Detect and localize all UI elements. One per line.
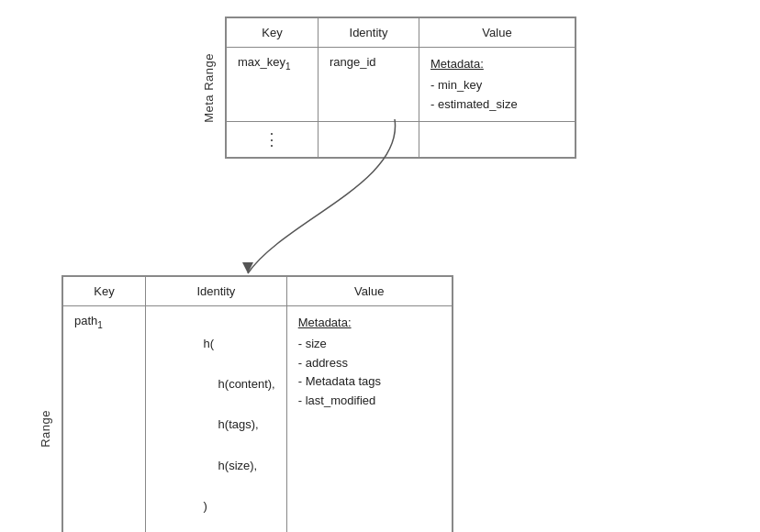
meta-range-header-key: Key [227, 18, 319, 48]
meta-range-dots-row: ⋮ [227, 122, 576, 158]
range-header-identity: Identity [146, 277, 287, 306]
arrow-head [242, 262, 253, 273]
meta-range-key-cell: max_key1 [227, 48, 319, 122]
range-key-cell: path1 [63, 306, 146, 533]
range-identity-line5: ) [204, 499, 207, 513]
meta-range-dots-value [419, 122, 576, 158]
range-table-wrapper: Key Identity Value path1 h( h(content), … [61, 275, 453, 532]
range-value-label: Metadata: [298, 314, 441, 333]
range-key-text: path1 [74, 314, 103, 327]
range-identity-cell: h( h(content), h(tags), h(size), ) [146, 306, 287, 533]
range-identity-line4: h(size), [218, 459, 258, 472]
diagram-container: Meta Range Key Identity Value max_key1 r [0, 0, 760, 532]
meta-range-value-label: Metadata: [430, 55, 564, 74]
meta-range-key-sub: 1 [285, 61, 291, 72]
meta-range-value-item2: - estimated_size [430, 97, 518, 111]
range-header-row: Key Identity Value [63, 277, 453, 306]
range-value-item2: - address [298, 356, 348, 370]
range-value-item3: - Metadata tags [298, 374, 381, 388]
range-value-cell: Metadata: - size - address - Metadata ta… [286, 306, 452, 533]
range-header-value: Value [286, 277, 452, 306]
meta-range-header-value: Value [419, 18, 576, 48]
meta-range-header-identity: Identity [319, 18, 419, 48]
meta-range-value-cell: Metadata: - min_key - estimated_size [419, 48, 576, 122]
meta-range-identity-cell: range_id [319, 48, 419, 122]
range-identity-line3: h(tags), [218, 417, 259, 431]
meta-range-table: Key Identity Value max_key1 range_id Met… [226, 17, 576, 158]
range-label: Range [39, 410, 52, 448]
range-data-row: path1 h( h(content), h(tags), h(size), )… [63, 306, 453, 533]
meta-range-dots-identity [319, 122, 419, 158]
range-key-sub: 1 [97, 320, 103, 330]
range-identity-line2: h(content), [218, 377, 275, 391]
meta-range-table-wrapper: Key Identity Value max_key1 range_id Met… [225, 17, 576, 159]
range-value-item4: - last_modified [298, 393, 376, 407]
range-value-item1: - size [298, 337, 327, 350]
meta-range-data-row: max_key1 range_id Metadata: - min_key - … [227, 48, 576, 122]
meta-range-key-text: max_key1 [238, 55, 291, 69]
meta-range-section: Meta Range Key Identity Value max_key1 r [202, 17, 576, 159]
meta-range-header-row: Key Identity Value [227, 18, 576, 48]
meta-range-label: Meta Range [202, 53, 216, 123]
meta-range-value-item1: - min_key [430, 78, 482, 92]
range-header-key: Key [63, 277, 146, 306]
range-table: Key Identity Value path1 h( h(content), … [62, 276, 453, 532]
range-section: Range Key Identity Value path1 [39, 275, 453, 532]
meta-range-dots-cell: ⋮ [227, 122, 319, 158]
range-identity-line1: h( [204, 337, 215, 350]
